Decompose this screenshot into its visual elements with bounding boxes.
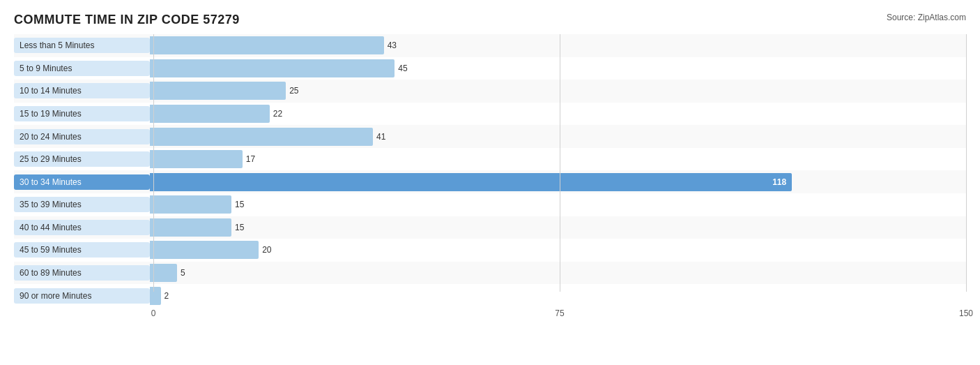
- bar-row: 40 to 44 Minutes15: [14, 216, 966, 239]
- chart-source: Source: ZipAtlas.com: [887, 13, 966, 22]
- bar-track: 2: [150, 284, 966, 307]
- x-axis-label: 75: [555, 308, 564, 318]
- bar-label: 35 to 39 Minutes: [14, 197, 150, 212]
- bar-value: 118: [772, 177, 786, 187]
- bar-fill: 2: [150, 287, 161, 305]
- bar-row: 30 to 34 Minutes118: [14, 170, 966, 193]
- x-axis: 075150: [153, 308, 966, 324]
- bar-track: 20: [150, 239, 966, 262]
- bar-track: 15: [150, 216, 966, 239]
- bar-row: 25 to 29 Minutes17: [14, 148, 966, 171]
- bar-track: 41: [150, 125, 966, 148]
- bar-fill: 43: [150, 36, 384, 54]
- bar-fill: 45: [150, 59, 395, 77]
- bar-fill: 118: [150, 173, 792, 191]
- x-axis-label: 0: [151, 308, 156, 318]
- bar-fill: 5: [150, 264, 177, 282]
- bar-value: 5: [181, 268, 185, 278]
- bar-track: 15: [150, 193, 966, 216]
- bar-track: 5: [150, 262, 966, 285]
- bar-label: 30 to 34 Minutes: [14, 174, 150, 190]
- bar-row: 15 to 19 Minutes22: [14, 103, 966, 126]
- bar-value: 25: [289, 86, 298, 96]
- bar-value: 17: [246, 154, 255, 164]
- bar-row: Less than 5 Minutes43: [14, 34, 966, 57]
- bar-value: 43: [388, 40, 397, 50]
- bar-row: 90 or more Minutes2: [14, 284, 966, 307]
- bar-fill: 20: [150, 241, 259, 259]
- bar-value: 2: [164, 291, 169, 301]
- bar-label: 10 to 14 Minutes: [14, 83, 150, 98]
- bar-label: 60 to 89 Minutes: [14, 265, 150, 281]
- bar-fill: 15: [150, 218, 231, 237]
- bar-track: 45: [150, 57, 966, 80]
- bar-value: 41: [376, 132, 385, 142]
- bar-track: 118: [150, 170, 966, 193]
- bar-label: 5 to 9 Minutes: [14, 61, 150, 76]
- bar-fill: 25: [150, 82, 286, 100]
- bar-label: 90 or more Minutes: [14, 288, 150, 304]
- bar-value: 15: [235, 223, 244, 232]
- bar-fill: 41: [150, 128, 373, 146]
- chart-container: COMMUTE TIME IN ZIP CODE 57279 Source: Z…: [0, 0, 980, 365]
- chart-header: COMMUTE TIME IN ZIP CODE 57279 Source: Z…: [14, 13, 966, 27]
- bar-fill: 15: [150, 195, 231, 214]
- bar-track: 43: [150, 34, 966, 57]
- bar-track: 22: [150, 103, 966, 126]
- bar-row: 10 to 14 Minutes25: [14, 80, 966, 103]
- bar-value: 20: [262, 245, 271, 255]
- bar-label: 45 to 59 Minutes: [14, 242, 150, 258]
- bar-row: 60 to 89 Minutes5: [14, 262, 966, 285]
- chart-title: COMMUTE TIME IN ZIP CODE 57279: [14, 13, 240, 27]
- bar-row: 45 to 59 Minutes20: [14, 239, 966, 262]
- bar-label: Less than 5 Minutes: [14, 38, 150, 53]
- chart-body: Less than 5 Minutes435 to 9 Minutes4510 …: [14, 34, 966, 324]
- bar-label: 40 to 44 Minutes: [14, 220, 150, 235]
- x-axis-label: 150: [959, 308, 973, 318]
- bar-label: 20 to 24 Minutes: [14, 129, 150, 144]
- bar-track: 25: [150, 80, 966, 103]
- bar-fill: 22: [150, 105, 270, 123]
- bar-row: 5 to 9 Minutes45: [14, 57, 966, 80]
- bar-value: 15: [235, 200, 244, 209]
- bar-label: 25 to 29 Minutes: [14, 151, 150, 167]
- bar-row: 35 to 39 Minutes15: [14, 193, 966, 216]
- bar-value: 22: [273, 109, 282, 119]
- grid-line: [966, 34, 967, 292]
- bar-track: 17: [150, 148, 966, 171]
- bar-row: 20 to 24 Minutes41: [14, 125, 966, 148]
- bar-rows: Less than 5 Minutes435 to 9 Minutes4510 …: [14, 34, 966, 307]
- bar-label: 15 to 19 Minutes: [14, 106, 150, 121]
- bar-fill: 17: [150, 150, 243, 168]
- bar-value: 45: [398, 64, 407, 73]
